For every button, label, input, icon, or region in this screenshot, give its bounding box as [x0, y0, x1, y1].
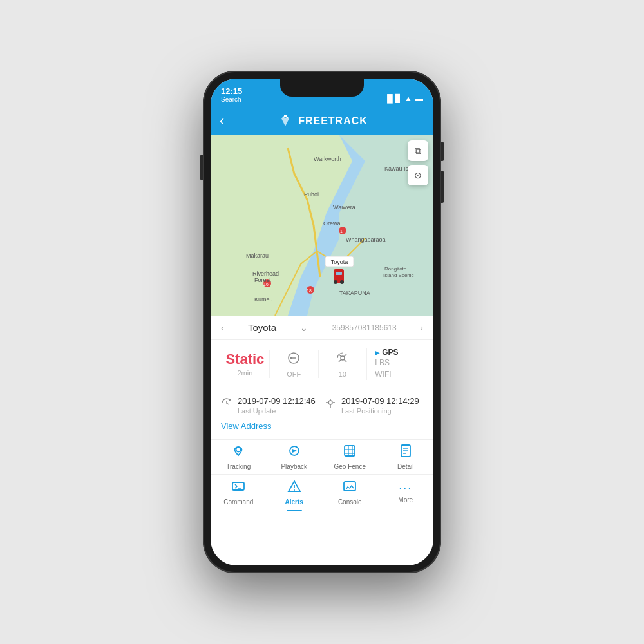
- nav-console[interactable]: Console: [322, 475, 378, 509]
- alerts-label: Alerts: [285, 498, 303, 506]
- svg-text:18: 18: [307, 289, 312, 293]
- power-button: [441, 142, 444, 161]
- detail-label: Detail: [397, 463, 414, 470]
- acc-status: OFF: [269, 350, 318, 378]
- last-position-col: 2019-07-09 12:14:29 Last Positioning: [325, 396, 423, 415]
- svg-marker-1: [281, 118, 289, 126]
- update-label: Last Update: [238, 407, 316, 415]
- geofence-label: Geo Fence: [334, 463, 366, 470]
- acc-icon: [270, 350, 318, 369]
- acc-label: OFF: [270, 370, 318, 378]
- logo: FREETRACK: [276, 112, 368, 130]
- svg-text:Riverhead: Riverhead: [252, 270, 279, 277]
- svg-point-30: [334, 280, 337, 284]
- more-label: More: [398, 497, 413, 504]
- console-icon: [343, 479, 357, 497]
- map-area[interactable]: 1 16 18 Warkworth Kawau Island Puhoi Wai…: [211, 135, 433, 316]
- vehicle-selector[interactable]: ‹ Toyota ⌄ 359857081185613 ›: [211, 316, 433, 340]
- svg-text:Kumeu: Kumeu: [254, 296, 273, 303]
- signal-icon: ▐▌▊: [384, 94, 401, 103]
- svg-text:Toyota: Toyota: [331, 259, 348, 265]
- prev-vehicle-icon[interactable]: ‹: [221, 323, 224, 333]
- satellite-icon: [319, 350, 367, 369]
- status-panel: Static 2min OFF: [211, 340, 433, 388]
- last-update-col: 2019-07-09 12:12:46 Last Update: [221, 396, 319, 415]
- playback-icon: [287, 444, 301, 461]
- wifi-option: WIFI: [375, 368, 423, 380]
- volume-button: [200, 155, 203, 180]
- nav-tracking[interactable]: Tracking: [211, 440, 267, 474]
- svg-point-36: [236, 448, 241, 452]
- svg-text:Puhoi: Puhoi: [304, 191, 319, 198]
- position-label: Last Positioning: [341, 407, 419, 415]
- tracking-label: Tracking: [226, 463, 251, 470]
- nav-row-1: Tracking Playback: [211, 440, 433, 475]
- vehicle-state: Static 2min: [221, 351, 269, 377]
- vehicle-id: 359857081185613: [332, 323, 397, 332]
- svg-text:Forest: Forest: [254, 277, 271, 283]
- tracking-icon: [231, 444, 245, 461]
- position-icon: [325, 397, 336, 412]
- logo-icon: [276, 112, 294, 130]
- nav-command[interactable]: Command: [211, 475, 267, 509]
- svg-rect-2: [284, 115, 287, 116]
- playback-label: Playback: [281, 463, 307, 470]
- svg-text:Island Scenic: Island Scenic: [383, 272, 414, 278]
- view-address-link[interactable]: View Address: [221, 421, 423, 431]
- phone-screen: 12:15 Search ▐▌▊ ▲ ▬ ‹ FREETRACK: [211, 79, 433, 565]
- svg-point-35: [328, 401, 332, 404]
- next-vehicle-icon[interactable]: ›: [421, 323, 423, 332]
- battery-icon: ▬: [415, 94, 423, 103]
- vehicle-name: Toyota: [248, 322, 276, 333]
- svg-rect-29: [336, 272, 342, 275]
- wifi-icon: ▲: [404, 94, 412, 103]
- info-row: 2019-07-09 12:12:46 Last Update 2019-07-…: [221, 396, 423, 415]
- state-label: Static: [221, 351, 269, 368]
- notch: [280, 79, 364, 97]
- svg-text:TAKAPUNA: TAKAPUNA: [339, 290, 370, 296]
- volume-down-button: [441, 171, 444, 203]
- status-time: 12:15: [221, 86, 242, 96]
- svg-text:Rangitoto: Rangitoto: [384, 266, 407, 272]
- geofence-icon: [343, 444, 357, 461]
- svg-text:Whangaparaoa: Whangaparaoa: [346, 236, 386, 243]
- map-layers-button[interactable]: ⧉: [408, 140, 428, 161]
- nav-detail[interactable]: Detail: [378, 440, 434, 474]
- nav-more[interactable]: ··· More: [378, 475, 434, 509]
- status-icons: ▐▌▊ ▲ ▬: [384, 94, 423, 103]
- lbs-option: LBS: [375, 357, 423, 368]
- search-label[interactable]: Search: [221, 96, 242, 103]
- svg-point-33: [290, 357, 292, 359]
- update-info: 2019-07-09 12:12:46 Last Update: [238, 396, 316, 415]
- nav-bar: ‹ FREETRACK: [211, 107, 433, 135]
- command-icon: [231, 479, 245, 497]
- back-button[interactable]: ‹: [220, 114, 224, 128]
- position-date: 2019-07-09 12:14:29: [341, 396, 419, 406]
- dropdown-icon[interactable]: ⌄: [300, 323, 308, 333]
- satellites-count: 10: [319, 370, 367, 378]
- svg-text:1: 1: [340, 229, 343, 234]
- info-panel: 2019-07-09 12:12:46 Last Update 2019-07-…: [211, 388, 433, 439]
- logo-text: FREETRACK: [298, 115, 368, 127]
- svg-text:Makarau: Makarau: [246, 252, 269, 259]
- svg-point-50: [294, 489, 295, 491]
- map-marker-button[interactable]: ⊙: [408, 165, 428, 185]
- update-icon: [221, 397, 232, 412]
- svg-rect-38: [345, 446, 355, 456]
- nav-row-2: Command Alerts: [211, 475, 433, 509]
- nav-alerts[interactable]: Alerts: [267, 475, 323, 509]
- gps-options: ▶ GPS LBS WIFI: [366, 348, 423, 380]
- svg-rect-47: [232, 482, 244, 490]
- svg-rect-51: [344, 482, 355, 491]
- satellites-status: 10: [318, 350, 367, 378]
- command-label: Command: [223, 498, 253, 506]
- duration-label: 2min: [221, 369, 269, 377]
- svg-text:Waiwera: Waiwera: [333, 204, 355, 211]
- detail-icon: [399, 444, 413, 461]
- bottom-nav: Tracking Playback: [211, 439, 433, 509]
- nav-geofence[interactable]: Geo Fence: [322, 440, 378, 474]
- svg-text:Warkworth: Warkworth: [314, 156, 341, 162]
- update-date: 2019-07-09 12:12:46: [238, 396, 316, 406]
- nav-playback[interactable]: Playback: [267, 440, 323, 474]
- svg-point-31: [340, 280, 344, 284]
